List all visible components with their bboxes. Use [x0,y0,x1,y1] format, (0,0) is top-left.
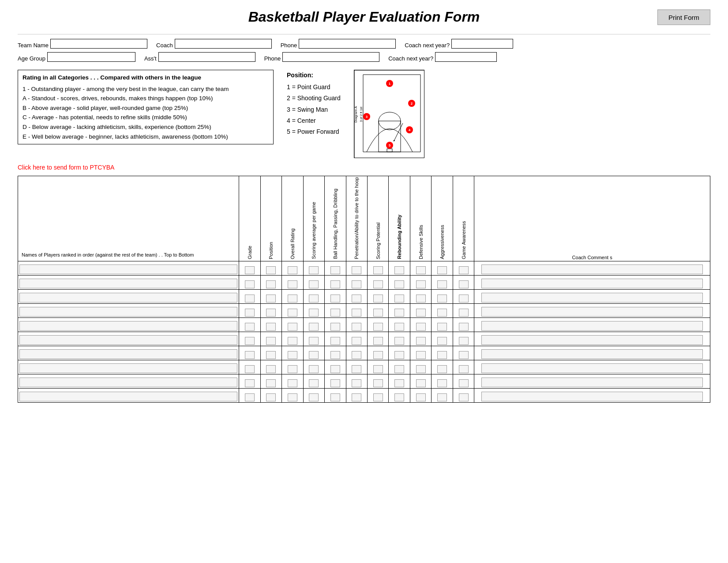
ball-handling-input[interactable] [330,266,340,274]
penetration-input[interactable] [352,379,361,387]
aggressiveness-input[interactable] [437,295,447,302]
coach-next-year-input[interactable] [451,39,513,49]
game-awareness-input[interactable] [459,351,469,359]
ball-handling-input[interactable] [330,309,340,317]
grade-input[interactable] [245,295,255,302]
coach-comment-input[interactable] [481,349,702,359]
coach-comment-input[interactable] [481,392,702,401]
scoring-potential-input[interactable] [373,266,383,274]
overall-rating-input[interactable] [288,365,297,373]
rebounding-input[interactable] [394,351,404,359]
game-awareness-input[interactable] [459,295,469,302]
position-input[interactable] [266,379,276,387]
scoring-potential-input[interactable] [373,295,383,302]
print-button[interactable]: Print Form [657,9,710,25]
ball-handling-input[interactable] [330,393,340,401]
game-awareness-input[interactable] [459,365,469,373]
player-name-input[interactable] [19,378,237,387]
overall-rating-input[interactable] [288,351,297,359]
scoring-potential-input[interactable] [373,337,383,345]
aggressiveness-input[interactable] [437,351,447,359]
scoring-avg-input[interactable] [309,365,319,373]
rebounding-input[interactable] [394,323,404,331]
defensive-skills-input[interactable] [416,323,426,331]
coach-comment-input[interactable] [481,378,702,387]
penetration-input[interactable] [352,393,361,401]
grade-input[interactable] [245,365,255,373]
scoring-avg-input[interactable] [309,309,319,317]
game-awareness-input[interactable] [459,337,469,345]
defensive-skills-input[interactable] [416,351,426,359]
aggressiveness-input[interactable] [437,309,447,317]
scoring-potential-input[interactable] [373,351,383,359]
scoring-avg-input[interactable] [309,337,319,345]
team-name-input[interactable] [50,39,147,49]
player-name-input[interactable] [19,279,237,288]
penetration-input[interactable] [352,266,361,274]
position-input[interactable] [266,337,276,345]
game-awareness-input[interactable] [459,266,469,274]
ball-handling-input[interactable] [330,323,340,331]
coach-next-year2-input[interactable] [435,52,497,62]
rebounding-input[interactable] [394,309,404,317]
phone2-input[interactable] [282,52,379,62]
ball-handling-input[interactable] [330,295,340,302]
defensive-skills-input[interactable] [416,393,426,401]
defensive-skills-input[interactable] [416,280,426,288]
penetration-input[interactable] [352,280,361,288]
scoring-potential-input[interactable] [373,393,383,401]
overall-rating-input[interactable] [288,309,297,317]
aggressiveness-input[interactable] [437,266,447,274]
player-name-input[interactable] [19,363,237,373]
player-name-input[interactable] [19,293,237,302]
coach-comment-input[interactable] [481,363,702,373]
scoring-potential-input[interactable] [373,365,383,373]
player-name-input[interactable] [19,307,237,317]
overall-rating-input[interactable] [288,295,297,302]
penetration-input[interactable] [352,337,361,345]
game-awareness-input[interactable] [459,323,469,331]
scoring-avg-input[interactable] [309,393,319,401]
coach-comment-input[interactable] [481,335,702,345]
player-name-input[interactable] [19,392,237,401]
phone-input[interactable] [299,39,396,49]
overall-rating-input[interactable] [288,379,297,387]
aggressiveness-input[interactable] [437,393,447,401]
rebounding-input[interactable] [394,295,404,302]
grade-input[interactable] [245,337,255,345]
game-awareness-input[interactable] [459,393,469,401]
penetration-input[interactable] [352,309,361,317]
defensive-skills-input[interactable] [416,365,426,373]
grade-input[interactable] [245,280,255,288]
overall-rating-input[interactable] [288,266,297,274]
coach-comment-input[interactable] [481,307,702,317]
rebounding-input[interactable] [394,280,404,288]
overall-rating-input[interactable] [288,280,297,288]
overall-rating-input[interactable] [288,393,297,401]
ball-handling-input[interactable] [330,280,340,288]
aggressiveness-input[interactable] [437,365,447,373]
aggressiveness-input[interactable] [437,323,447,331]
age-group-input[interactable] [47,52,135,62]
aggressiveness-input[interactable] [437,337,447,345]
game-awareness-input[interactable] [459,280,469,288]
position-input[interactable] [266,295,276,302]
scoring-potential-input[interactable] [373,379,383,387]
rebounding-input[interactable] [394,379,404,387]
overall-rating-input[interactable] [288,337,297,345]
asst-input[interactable] [158,52,255,62]
grade-input[interactable] [245,351,255,359]
player-name-input[interactable] [19,335,237,345]
rebounding-input[interactable] [394,266,404,274]
scoring-avg-input[interactable] [309,280,319,288]
ball-handling-input[interactable] [330,337,340,345]
scoring-potential-input[interactable] [373,280,383,288]
rebounding-input[interactable] [394,337,404,345]
ball-handling-input[interactable] [330,379,340,387]
player-name-input[interactable] [19,264,237,274]
defensive-skills-input[interactable] [416,309,426,317]
position-input[interactable] [266,393,276,401]
rebounding-input[interactable] [394,393,404,401]
scoring-avg-input[interactable] [309,351,319,359]
penetration-input[interactable] [352,351,361,359]
